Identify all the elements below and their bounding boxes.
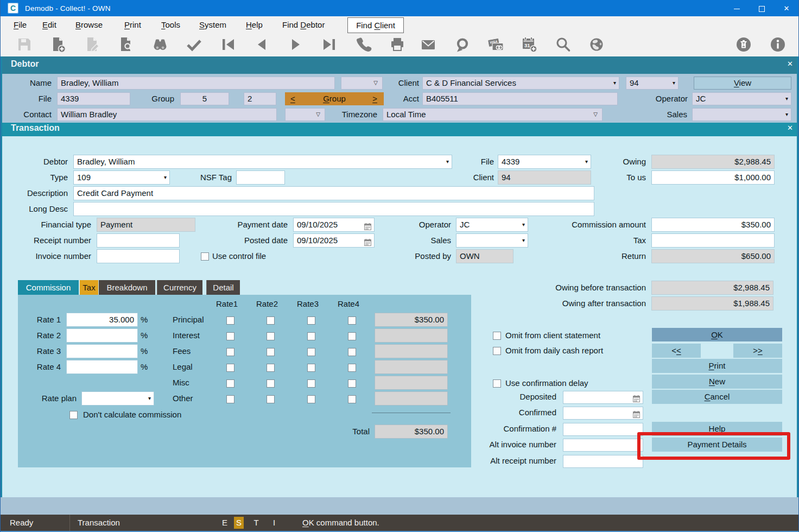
timezone-dropdown[interactable]: Local Time▽: [383, 108, 603, 121]
info-icon[interactable]: [769, 36, 788, 54]
help-button[interactable]: Help: [652, 422, 782, 436]
first-record-icon[interactable]: [219, 36, 238, 54]
checkbox-principal-rate2[interactable]: [267, 316, 275, 325]
dont-calculate-commission-checkbox[interactable]: [69, 411, 78, 419]
chat-icon[interactable]: [453, 36, 472, 54]
group-nav-button[interactable]: < Group >: [285, 92, 384, 105]
print-button[interactable]: Print: [652, 359, 782, 373]
invoice-number-input[interactable]: [97, 249, 180, 263]
checkbox-legal-rate2[interactable]: [267, 364, 275, 372]
type-combo[interactable]: 109▾: [73, 170, 170, 185]
trans-file-combo[interactable]: 4339▾: [498, 155, 591, 169]
previous-transaction-button[interactable]: <<: [652, 344, 701, 358]
phone-icon[interactable]: [355, 36, 373, 54]
minimize-button[interactable]: [724, 0, 749, 16]
checkbox-fees-rate3[interactable]: [307, 348, 315, 356]
globe-icon[interactable]: [588, 36, 606, 54]
previous-record-icon[interactable]: [253, 36, 271, 54]
menu-item-tools[interactable]: Tools: [161, 16, 180, 34]
checkbox-interest-rate4[interactable]: [348, 332, 356, 340]
checkbox-misc-rate1[interactable]: [226, 379, 234, 388]
contact-input[interactable]: William Bradley: [57, 108, 277, 121]
delete-icon[interactable]: [735, 36, 753, 54]
group-number-input[interactable]: 5: [180, 92, 229, 105]
payment-details-button[interactable]: Payment Details: [652, 438, 782, 452]
commission-amount-input[interactable]: $350.00: [651, 218, 775, 232]
calendar-icon[interactable]: [633, 394, 640, 401]
checkbox-use-confirmation-delay[interactable]: [493, 379, 501, 388]
transaction-close-icon[interactable]: ✕: [787, 124, 793, 132]
rate-input-1[interactable]: 35.000: [66, 313, 138, 327]
tab-currency[interactable]: Currency: [157, 280, 202, 295]
checkbox-legal-rate1[interactable]: [226, 364, 234, 372]
menu-item-browse[interactable]: Browse: [75, 16, 103, 34]
alt-receipt-number-input[interactable]: [563, 455, 643, 468]
find-document-icon[interactable]: [117, 36, 136, 54]
view-button[interactable]: View: [694, 77, 791, 90]
close-button[interactable]: ✕: [774, 0, 799, 16]
operator-dropdown[interactable]: JC▾: [692, 92, 791, 105]
print-icon[interactable]: [389, 36, 407, 54]
checkbox-fees-rate2[interactable]: [267, 348, 275, 356]
menu-item-help[interactable]: Help: [246, 16, 263, 34]
next-transaction-button[interactable]: >>: [733, 344, 782, 358]
use-control-file-checkbox[interactable]: [201, 252, 209, 261]
name-input[interactable]: Bradley, William: [57, 77, 335, 90]
trans-debtor-combo[interactable]: Bradley, William▾: [73, 155, 452, 169]
menu-item-file[interactable]: File: [14, 16, 27, 34]
checkbox-other-rate4[interactable]: [348, 395, 356, 403]
alt-invoice-number-input[interactable]: [563, 439, 643, 452]
confirmed-input[interactable]: [563, 407, 643, 420]
checkbox-misc-rate3[interactable]: [307, 379, 315, 388]
ok-button[interactable]: OK: [652, 328, 782, 341]
deposited-input[interactable]: [563, 391, 643, 404]
long-desc-input[interactable]: [73, 202, 594, 216]
payment-date-input[interactable]: 09/10/2025: [293, 218, 375, 232]
checkbox-omit-from-client-statement[interactable]: [493, 332, 501, 340]
trans-sales-combo[interactable]: ▾: [456, 233, 528, 248]
checkbox-principal-rate3[interactable]: [307, 316, 315, 325]
nsf-tag-input[interactable]: [236, 170, 285, 185]
acct-input[interactable]: B405511: [422, 92, 618, 105]
checkbox-legal-rate4[interactable]: [348, 364, 356, 372]
binoculars-icon[interactable]: [151, 36, 170, 54]
checkbox-legal-rate3[interactable]: [307, 364, 315, 372]
tab-commission[interactable]: Commission: [18, 280, 79, 295]
email-icon[interactable]: [420, 36, 438, 54]
maximize-button[interactable]: [749, 0, 774, 16]
file-input[interactable]: 4339: [57, 92, 130, 105]
checkbox-interest-rate3[interactable]: [307, 332, 315, 340]
checkbox-fees-rate4[interactable]: [348, 348, 356, 356]
rate-plan-dropdown[interactable]: ▾: [81, 391, 154, 406]
new-document-icon[interactable]: [49, 36, 68, 54]
next-record-icon[interactable]: [287, 36, 306, 54]
checkbox-principal-rate4[interactable]: [348, 316, 356, 325]
posted-date-input[interactable]: 09/10/2025: [293, 233, 375, 248]
menu-item-edit[interactable]: Edit: [42, 16, 56, 34]
tab-detail[interactable]: Detail: [206, 280, 240, 295]
confirm-check-icon[interactable]: [185, 36, 204, 54]
rate-input-2[interactable]: [66, 328, 138, 343]
group-member-input[interactable]: 2: [244, 92, 276, 105]
debtor-close-icon[interactable]: ✕: [787, 60, 793, 68]
checkbox-fees-rate1[interactable]: [226, 348, 234, 356]
credit-card-icon[interactable]: VISA: [487, 36, 505, 54]
checkbox-interest-rate1[interactable]: [226, 332, 234, 340]
calendar-add-icon[interactable]: 31: [521, 36, 539, 54]
receipt-number-input[interactable]: [97, 233, 180, 248]
tab-tax[interactable]: Tax: [80, 280, 98, 295]
confirmation-number-input[interactable]: [563, 423, 643, 436]
checkbox-principal-rate1[interactable]: [226, 316, 234, 325]
client-dropdown[interactable]: C & D Financial Services▾: [422, 77, 619, 90]
contact-mode-dropdown[interactable]: ▽: [285, 108, 325, 121]
tax-input[interactable]: [651, 233, 775, 248]
calendar-icon[interactable]: [633, 409, 640, 416]
tab-breakdown[interactable]: Breakdown: [99, 280, 155, 295]
search-icon[interactable]: [554, 36, 573, 54]
checkbox-omit-from-daily-cash-report[interactable]: [493, 347, 501, 355]
checkbox-other-rate2[interactable]: [267, 395, 275, 403]
trans-operator-combo[interactable]: JC▾: [456, 218, 528, 232]
last-record-icon[interactable]: [321, 36, 339, 54]
checkbox-interest-rate2[interactable]: [267, 332, 275, 340]
new-button[interactable]: New: [652, 375, 782, 389]
